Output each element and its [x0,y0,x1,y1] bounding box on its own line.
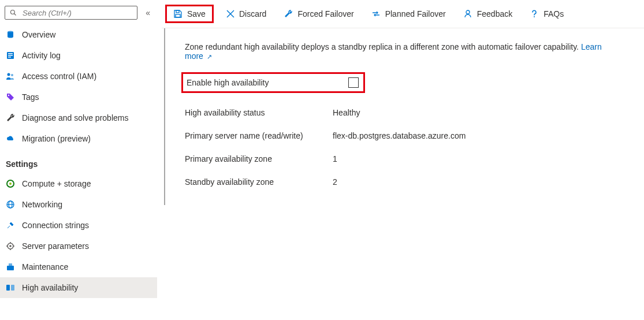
sidebar-item-label: Migration (preview) [22,134,91,143]
close-icon [226,10,234,18]
sidebar-item-high-availability[interactable]: High availability [0,277,157,298]
ha-status-label: High availability status [185,108,333,117]
search-input[interactable] [21,8,133,18]
sidebar-item-label: Tags [22,92,39,102]
svg-rect-24 [11,285,14,291]
enable-ha-checkbox[interactable] [348,77,359,88]
sidebar-item-label: Diagnose and solve problems [22,113,128,122]
svg-rect-22 [9,263,12,266]
sidebar-item-access-control[interactable]: Access control (IAM) [0,66,157,87]
nav-settings: Compute + storage Networking Connection … [0,173,157,298]
description-text: Zone redundant high availability deploys… [185,42,603,61]
tag-icon [6,92,15,102]
wrench-icon [6,113,15,122]
search-box[interactable] [5,6,137,20]
svg-rect-21 [7,266,14,270]
svg-point-29 [466,10,470,14]
sidebar-item-tags[interactable]: Tags [0,87,157,107]
forced-failover-label: Forced Failover [297,9,353,18]
sidebar-item-diagnose[interactable]: Diagnose and solve problems [0,107,157,128]
planned-failover-button[interactable]: Planned Failover [368,7,449,21]
planned-failover-label: Planned Failover [385,9,446,18]
enable-ha-label: Enable high availability [187,78,348,87]
svg-point-0 [11,10,15,14]
row-standby-zone: Standby availability zone 2 [185,170,603,194]
sidebar-item-maintenance[interactable]: Maintenance [0,256,157,277]
sidebar-item-migration[interactable]: Migration (preview) [0,128,157,149]
svg-point-16 [9,245,12,247]
section-header-settings: Settings [0,149,157,173]
faqs-button[interactable]: FAQs [526,7,567,21]
enable-ha-row: Enable high availability [181,72,365,93]
sidebar-item-networking[interactable]: Networking [0,194,157,215]
svg-rect-6 [8,57,11,58]
standby-zone-value: 2 [333,177,337,187]
primary-zone-label: Primary availability zone [185,154,333,163]
storage-icon [6,179,15,188]
sidebar-item-label: Compute + storage [22,179,91,188]
help-icon [530,9,539,18]
main-content: Save Discard Forced Failover Planned Fai… [157,0,644,320]
primary-name-label: Primary server name (read/write) [185,131,333,140]
sidebar-item-label: Server parameters [22,241,89,251]
sidebar-item-server-parameters[interactable]: Server parameters [0,236,157,256]
standby-zone-label: Standby availability zone [185,177,333,187]
sidebar-item-label: Maintenance [22,262,68,271]
swap-icon [371,9,381,18]
row-primary-name: Primary server name (read/write) flex-db… [185,124,603,147]
maintenance-icon [6,262,15,271]
sidebar-item-label: Overview [22,30,55,39]
sidebar: « Overview Activity log Access control (… [0,0,157,320]
people-icon [6,72,15,81]
svg-rect-25 [176,10,179,13]
sidebar-item-label: High availability [22,283,78,292]
discard-button-label: Discard [239,9,266,18]
forced-failover-button[interactable]: Forced Failover [280,7,357,21]
search-icon [9,8,18,17]
sidebar-item-label: Access control (IAM) [22,72,96,81]
row-ha-status: High availability status Healthy [185,101,603,124]
toolbar: Save Discard Forced Failover Planned Fai… [162,0,644,28]
svg-rect-23 [6,285,10,291]
database-icon [6,30,15,39]
feedback-button[interactable]: Feedback [460,7,516,21]
ha-icon [6,283,15,292]
feedback-label: Feedback [477,9,512,18]
collapse-sidebar-button[interactable]: « [143,6,152,20]
plug-icon [6,221,15,230]
primary-zone-value: 1 [333,154,337,163]
faqs-label: FAQs [544,9,564,18]
sidebar-item-overview[interactable]: Overview [0,24,157,45]
feedback-icon [463,9,472,18]
nav-general: Overview Activity log Access control (IA… [0,24,157,149]
gear-icon [6,241,15,251]
svg-point-9 [8,95,9,96]
globe-icon [6,200,15,209]
svg-point-30 [534,16,535,17]
svg-rect-4 [8,53,13,54]
log-icon [6,51,15,60]
svg-rect-5 [8,55,13,56]
svg-line-1 [14,14,16,16]
sidebar-item-compute-storage[interactable]: Compute + storage [0,173,157,194]
svg-point-11 [9,183,12,185]
svg-point-8 [11,74,13,76]
sidebar-item-activity-log[interactable]: Activity log [0,45,157,66]
sidebar-item-label: Activity log [22,51,61,60]
external-link-icon: ↗ [207,53,212,60]
save-button[interactable]: Save [166,6,213,22]
ha-status-value: Healthy [333,108,360,117]
save-icon [173,9,183,18]
sidebar-item-label: Networking [22,200,62,209]
svg-rect-26 [176,14,180,17]
save-button-label: Save [187,9,206,18]
sidebar-item-label: Connection strings [22,221,89,230]
discard-button[interactable]: Discard [223,7,270,21]
sidebar-item-connection-strings[interactable]: Connection strings [0,215,157,236]
primary-name-value: flex-db.postgres.database.azure.com [333,131,466,140]
failover-icon [284,9,293,18]
cloud-icon [6,134,15,143]
row-primary-zone: Primary availability zone 1 [185,147,603,170]
svg-point-7 [8,73,10,76]
